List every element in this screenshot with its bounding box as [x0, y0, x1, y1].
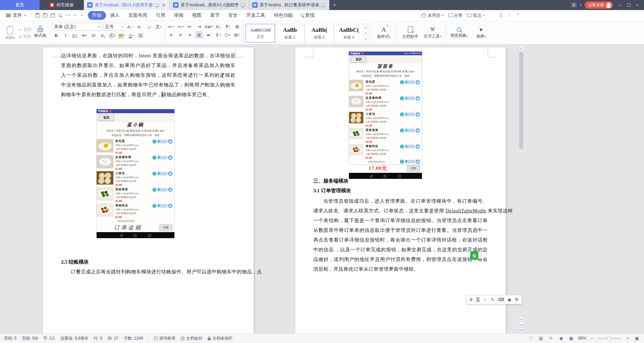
toolbox-icon[interactable]: ⚒: [515, 297, 519, 302]
new-style-button[interactable]: A 新样式▾: [373, 22, 395, 44]
tab-page-layout[interactable]: 页面布局: [124, 11, 152, 20]
tab-docer-templates[interactable]: 稻壳模板: [40, 0, 84, 10]
copy-button[interactable]: ⧉复制: [19, 34, 32, 40]
status-page-number[interactable]: 页码: 5: [4, 336, 16, 341]
bullet-list-button[interactable]: ≔▾: [167, 23, 175, 30]
increase-indent-button[interactable]: ⇥: [195, 23, 203, 30]
file-menu-button[interactable]: 文件 ▾: [3, 12, 29, 18]
tab-home-ribbon[interactable]: 开始: [88, 11, 106, 20]
status-section[interactable]: 节: 1/1: [43, 336, 55, 341]
toolbar-more-button[interactable]: ▾: [78, 12, 86, 19]
page-6[interactable]: 中国移动 OK/s 4G 晚上9:09 返回 菠菠香 评分4.7 月售1822单…: [295, 47, 506, 333]
distribute-button[interactable]: ⇹: [205, 31, 213, 39]
status-setting-value[interactable]: 设置值: 5.8厘米: [60, 336, 88, 341]
tab-references[interactable]: 引用: [152, 11, 170, 20]
next-page-button[interactable]: ▼▼: [519, 327, 524, 333]
spell-check-button[interactable]: ✓拼写检查: [154, 336, 175, 341]
style-heading-2[interactable]: AaBb( 标题 2: [305, 24, 334, 43]
borders-button[interactable]: ⊞▾: [233, 31, 241, 39]
zoom-slider[interactable]: [597, 338, 621, 339]
insert-table-icon[interactable]: ⊞: [233, 23, 241, 30]
justify-button[interactable]: ≣: [195, 31, 203, 39]
comment-button[interactable]: 批注 ▾: [467, 12, 485, 18]
styles-expand[interactable]: ▼: [364, 36, 368, 42]
increase-font-button[interactable]: A＋: [126, 23, 135, 30]
style-normal[interactable]: AaBbCcDd 正文: [246, 24, 275, 43]
italic-button[interactable]: I: [61, 32, 69, 39]
scrollbar-thumb[interactable]: [519, 52, 523, 149]
doc-assistant-button[interactable]: 文档助手: [399, 22, 421, 44]
doc-tab-2[interactable]: W 基于Android...系统V1.0源程序: [170, 0, 249, 10]
character-shading-button[interactable]: A: [137, 32, 145, 39]
collapse-ribbon-button[interactable]: ⌃: [516, 13, 520, 18]
print-button[interactable]: [49, 12, 56, 19]
document-canvas[interactable]: 品详细信息界面，在跳转的同时，Intent 里面会筛选菜品的数据，在详细信息界面…: [0, 45, 644, 333]
share-button[interactable]: 分享: [448, 12, 463, 18]
select-button[interactable]: ➤ 选择▾: [470, 22, 492, 44]
zoom-out-button[interactable]: −: [590, 336, 593, 341]
tab-view[interactable]: 视图: [188, 11, 206, 20]
new-tab-button[interactable]: ＋: [329, 0, 339, 10]
close-window-button[interactable]: ×: [636, 3, 639, 8]
help-button[interactable]: ⍰: [499, 12, 502, 18]
subscript-button[interactable]: X₂: [99, 32, 107, 39]
fullscreen-icon[interactable]: ⛶: [528, 336, 534, 341]
font-color-button[interactable]: A▾: [127, 32, 135, 39]
doc-protection-button[interactable]: 文档未保护: [208, 336, 232, 341]
ime-toolbar[interactable]: S 五 ☾ ✎ ⌨ ◉ ⚒: [466, 295, 522, 304]
moon-icon[interactable]: ☾: [484, 297, 488, 302]
zoom-slider-thumb[interactable]: [607, 337, 610, 340]
scroll-up-button[interactable]: ▲: [519, 45, 524, 51]
previous-page-button[interactable]: ▲▲: [519, 322, 524, 327]
more-options-button[interactable]: ⋮: [507, 13, 512, 18]
undo-button[interactable]: ↶▾: [64, 12, 71, 19]
doc-proofing-button[interactable]: ⊞文档校对: [181, 336, 202, 341]
line-spacing-button[interactable]: ⇕▾: [214, 31, 222, 39]
font-size-select[interactable]: 五号▾: [103, 23, 125, 31]
tab-review[interactable]: 审阅: [170, 11, 188, 20]
fit-page-icon[interactable]: ▣: [634, 336, 640, 341]
keyboard-icon[interactable]: ⌨: [498, 297, 504, 302]
superscript-button[interactable]: X²: [90, 32, 98, 39]
zoom-in-button[interactable]: ＋: [625, 335, 630, 341]
doc-tab-1[interactable]: W 基于Android...统V1.0使用手册 ✕: [84, 0, 170, 10]
text-direction-button[interactable]: A⇄▾: [205, 23, 213, 30]
assistant-grip-icon[interactable]: ⋮: [478, 253, 482, 259]
font-name-select[interactable]: 宋体 (正文)▾: [52, 23, 102, 31]
status-word-count[interactable]: 字数: 1249: [124, 336, 143, 341]
restore-button[interactable]: [627, 3, 631, 7]
export-pdf-button[interactable]: [42, 12, 49, 19]
styles-scroll-down[interactable]: ▼: [364, 30, 368, 36]
styles-scroll-up[interactable]: ▲: [364, 24, 368, 30]
page-view-icon[interactable]: ▥: [538, 336, 544, 341]
outline-view-icon[interactable]: ▦: [568, 336, 574, 341]
numbered-list-button[interactable]: ≕▾: [176, 23, 184, 30]
cloud-sync-button[interactable]: 未同步 ▾: [421, 12, 444, 18]
tab-security[interactable]: 安全: [224, 11, 242, 20]
edit-mode-icon[interactable]: ✎: [548, 336, 554, 341]
scroll-down-button[interactable]: ▼: [519, 317, 524, 322]
status-page-count[interactable]: 页面: 5/8: [22, 336, 38, 341]
shading-fill-button[interactable]: ⬠▾: [223, 31, 231, 39]
close-tab-icon[interactable]: ✕: [161, 3, 166, 8]
zoom-level[interactable]: 90%: [578, 336, 586, 341]
window-count-badge[interactable]: 3: [571, 3, 577, 7]
align-center-button[interactable]: ≡: [176, 31, 184, 39]
minimize-button[interactable]: ─: [619, 3, 622, 8]
style-heading-3[interactable]: AaBbC( 标题 3: [334, 24, 364, 43]
wps-assistant-widget[interactable]: S ⋮: [470, 252, 482, 260]
text-tool-button[interactable]: ⚒ 文字工具▾: [421, 22, 443, 44]
user-icon[interactable]: ◉: [507, 297, 511, 302]
find-menu-button[interactable]: 查找: [297, 11, 318, 20]
doc-tab-3[interactable]: W 基于Androi...机订餐系统申请表: [249, 0, 329, 10]
highlight-button[interactable]: ab▾: [118, 32, 126, 39]
align-right-button[interactable]: ≡: [186, 31, 194, 39]
strikethrough-button[interactable]: A▾: [80, 32, 88, 39]
page-5[interactable]: 品详细信息界面，在跳转的同时，Intent 里面会筛选菜品的数据，在详细信息界面…: [43, 47, 254, 333]
character-border-button[interactable]: A▾: [108, 32, 116, 39]
tab-insert[interactable]: 插入: [106, 11, 124, 20]
tab-special-features[interactable]: 特色功能: [270, 11, 297, 20]
phonetic-guide-button[interactable]: 文▾: [155, 23, 163, 30]
pen-icon[interactable]: ✎: [491, 297, 494, 302]
redo-button[interactable]: ↷: [71, 12, 78, 19]
